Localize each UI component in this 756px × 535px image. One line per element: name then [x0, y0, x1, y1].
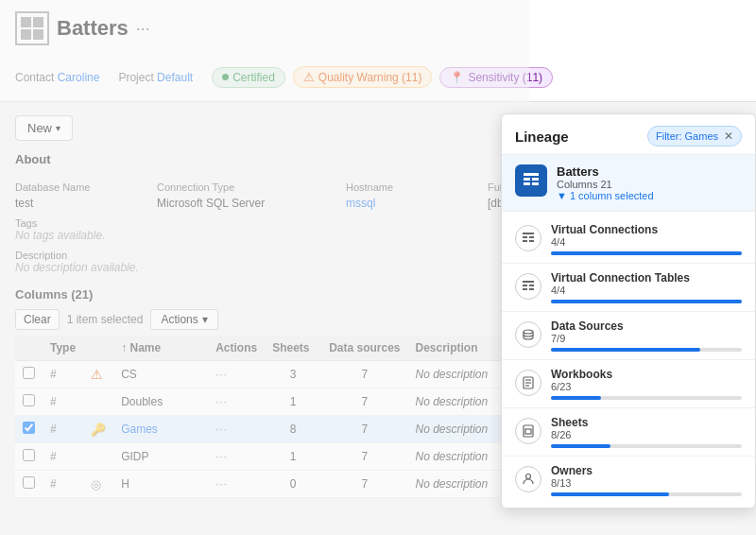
lineage-selected-info: ▼ 1 column selected: [557, 190, 654, 201]
lineage-bar-fill-owners: [551, 492, 669, 496]
row-checkbox-cell[interactable]: [15, 388, 43, 416]
row-checkbox-cell[interactable]: [15, 416, 43, 443]
lineage-filter-close-icon[interactable]: ✕: [724, 129, 733, 143]
th-type: Type: [43, 336, 83, 361]
column-name: GIDP: [121, 450, 148, 463]
lineage-item-sheets[interactable]: Sheets 8/26: [502, 408, 755, 457]
certified-dot: [222, 74, 229, 80]
row-warn-cell: [83, 388, 113, 416]
actions-button[interactable]: Actions ▾: [150, 309, 217, 330]
hash-icon: #: [50, 477, 57, 491]
row-type-cell: #: [43, 388, 83, 416]
row-sheets-cell: 3: [265, 361, 321, 388]
quality-label: Quality Warning (11): [318, 71, 422, 84]
row-actions-cell: ···: [208, 416, 265, 443]
row-actions-cell: ···: [208, 361, 265, 388]
new-button[interactable]: New ▾: [15, 115, 73, 141]
lineage-item-name-virtual-connections: Virtual Connections: [551, 223, 742, 236]
row-checkbox[interactable]: [23, 422, 35, 434]
row-checkbox[interactable]: [23, 367, 35, 379]
row-name-cell: Doubles: [113, 388, 208, 416]
row-actions-cell: ···: [208, 471, 265, 498]
certified-badge[interactable]: Certified: [212, 67, 285, 88]
lineage-item-icon-sheets: [515, 418, 541, 444]
lineage-bar-fill-workbooks: [551, 396, 601, 400]
hostname-value[interactable]: mssql: [346, 197, 488, 210]
clear-button[interactable]: Clear: [15, 309, 60, 330]
lineage-item-info-virtual-connections: Virtual Connections 4/4: [551, 223, 742, 255]
row-checkbox-cell[interactable]: [15, 471, 43, 498]
row-checkbox[interactable]: [23, 476, 35, 489]
row-checkbox-cell[interactable]: [15, 361, 43, 388]
lineage-item-virtual-connections[interactable]: Virtual Connections 4/4: [502, 216, 755, 264]
lineage-bar-bg-virtual-connection-tables: [551, 300, 742, 303]
row-dots-menu[interactable]: ···: [215, 450, 228, 463]
sensitivity-badge[interactable]: 📍 Sensitivity (11): [439, 67, 553, 88]
hash-icon: #: [50, 450, 57, 463]
table-icon: [15, 11, 49, 45]
db-name-value: test: [15, 197, 157, 210]
geo-icon: ◎: [91, 477, 101, 492]
lineage-filter-badge[interactable]: Filter: Games ✕: [647, 126, 742, 147]
lineage-item-virtual-connection-tables[interactable]: Virtual Connection Tables 4/4: [502, 264, 755, 312]
row-datasources-cell: 7: [321, 471, 407, 498]
lineage-top-item[interactable]: Batters Columns 21 ▼ 1 column selected: [502, 155, 755, 212]
row-name-cell: Games: [113, 416, 208, 443]
lineage-item-name-sheets: Sheets: [551, 416, 742, 429]
lineage-bar-bg-data-sources: [551, 348, 742, 352]
filter-icon: ▼: [557, 190, 567, 201]
quality-icon: ⚠: [303, 70, 315, 84]
lineage-item-count-virtual-connections: 4/4: [551, 236, 742, 248]
row-dots-menu[interactable]: ···: [215, 395, 228, 408]
row-dots-menu[interactable]: ···: [215, 423, 228, 436]
key-icon: 🔑: [91, 423, 106, 437]
row-checkbox-cell[interactable]: [15, 443, 43, 471]
lineage-item-workbooks[interactable]: Workbooks 6/23: [502, 360, 755, 408]
svg-rect-7: [529, 236, 534, 238]
row-checkbox[interactable]: [23, 394, 35, 406]
conn-type-label: Connection Type: [157, 181, 346, 193]
lineage-item-count-owners: 8/13: [551, 477, 742, 489]
row-dots-menu[interactable]: ···: [215, 368, 228, 381]
lineage-panel: Lineage Filter: Games ✕ Batters Columns …: [501, 113, 756, 509]
lineage-table-name: Batters: [557, 164, 654, 179]
row-datasources-cell: 7: [321, 416, 407, 443]
lineage-item-data-sources[interactable]: Data Sources 7/9: [502, 312, 755, 360]
meta-row: Contact Caroline Project Default Certifi…: [15, 53, 741, 101]
th-checkbox: [15, 336, 43, 361]
row-checkbox[interactable]: [23, 449, 35, 461]
row-sheets-cell: 1: [265, 443, 321, 471]
page-title: Batters: [57, 16, 129, 41]
lineage-item-count-data-sources: 7/9: [551, 333, 742, 344]
lineage-item-info-virtual-connection-tables: Virtual Connection Tables 4/4: [551, 271, 742, 303]
row-actions-cell: ···: [208, 443, 265, 471]
more-menu-button[interactable]: ···: [136, 19, 150, 39]
row-datasources-cell: 7: [321, 361, 407, 388]
th-warn: [83, 336, 113, 361]
quality-warning-badge[interactable]: ⚠ Quality Warning (11): [293, 66, 433, 88]
th-name[interactable]: ↑ Name: [113, 336, 208, 361]
column-name-link[interactable]: Games: [121, 423, 158, 436]
lineage-bar-fill-sheets: [551, 444, 610, 448]
sensitivity-icon: 📍: [450, 71, 464, 84]
title-row: Batters ···: [15, 11, 741, 45]
row-warn-cell: ◎: [83, 471, 113, 498]
svg-rect-4: [532, 182, 539, 185]
page-header: Batters ··· Contact Caroline Project Def…: [0, 0, 756, 102]
lineage-bar-bg-owners: [551, 492, 742, 496]
svg-rect-2: [532, 178, 539, 181]
lineage-item-name-virtual-connection-tables: Virtual Connection Tables: [551, 271, 742, 285]
db-name-label: Database Name: [15, 181, 157, 193]
lineage-bar-fill-virtual-connection-tables: [551, 300, 742, 303]
hash-icon: #: [50, 423, 57, 436]
lineage-table-icon: [515, 164, 547, 197]
th-datasources: Data sources: [321, 336, 407, 361]
th-sheets: Sheets: [265, 336, 321, 361]
svg-rect-5: [523, 233, 534, 234]
lineage-item-owners[interactable]: Owners 8/13: [502, 457, 755, 504]
row-dots-menu[interactable]: ···: [215, 477, 228, 491]
lineage-item-icon-owners: [515, 466, 541, 492]
row-warn-cell: [83, 443, 113, 471]
svg-rect-1: [524, 178, 530, 181]
actions-arrow-icon: ▾: [202, 313, 208, 326]
